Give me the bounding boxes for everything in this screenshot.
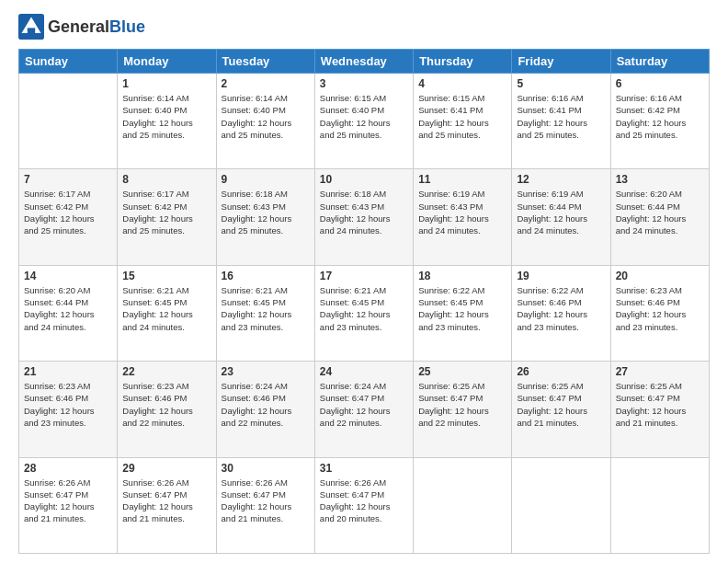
day-number: 12 [517, 173, 605, 186]
header-row: SundayMondayTuesdayWednesdayThursdayFrid… [19, 50, 710, 74]
header-day-saturday: Saturday [610, 50, 709, 74]
day-number: 26 [517, 365, 605, 378]
calendar-cell: 26Sunrise: 6:25 AM Sunset: 6:47 PM Dayli… [512, 362, 610, 457]
day-info: Sunrise: 6:26 AM Sunset: 6:47 PM Dayligh… [320, 477, 408, 525]
week-row-3: 21Sunrise: 6:23 AM Sunset: 6:46 PM Dayli… [19, 362, 710, 457]
page: GeneralBlue SundayMondayTuesdayWednesday… [0, 0, 728, 563]
day-info: Sunrise: 6:25 AM Sunset: 6:47 PM Dayligh… [418, 380, 506, 429]
day-number: 2 [222, 77, 310, 90]
day-number: 20 [616, 270, 704, 282]
day-number: 8 [122, 173, 210, 186]
calendar-cell: 2Sunrise: 6:14 AM Sunset: 6:40 PM Daylig… [216, 74, 314, 169]
day-number: 9 [222, 173, 310, 186]
day-info: Sunrise: 6:24 AM Sunset: 6:46 PM Dayligh… [222, 380, 310, 429]
week-row-0: 1Sunrise: 6:14 AM Sunset: 6:40 PM Daylig… [19, 74, 710, 169]
calendar-cell: 16Sunrise: 6:21 AM Sunset: 6:45 PM Dayli… [216, 265, 314, 361]
day-info: Sunrise: 6:21 AM Sunset: 6:45 PM Dayligh… [320, 284, 408, 333]
day-number: 13 [616, 173, 704, 186]
calendar-cell: 12Sunrise: 6:19 AM Sunset: 6:44 PM Dayli… [512, 169, 610, 265]
day-number: 28 [24, 462, 112, 475]
day-info: Sunrise: 6:25 AM Sunset: 6:47 PM Dayligh… [616, 380, 704, 429]
day-info: Sunrise: 6:14 AM Sunset: 6:40 PM Dayligh… [222, 92, 310, 141]
day-info: Sunrise: 6:26 AM Sunset: 6:47 PM Dayligh… [24, 477, 112, 525]
calendar-cell: 27Sunrise: 6:25 AM Sunset: 6:47 PM Dayli… [610, 362, 709, 457]
day-number: 11 [418, 173, 506, 186]
day-number: 25 [418, 365, 506, 378]
svg-rect-2 [28, 28, 35, 33]
header-day-monday: Monday [118, 50, 216, 74]
calendar-cell: 1Sunrise: 6:14 AM Sunset: 6:40 PM Daylig… [118, 74, 216, 169]
day-number: 18 [418, 270, 506, 282]
calendar-cell: 18Sunrise: 6:22 AM Sunset: 6:45 PM Dayli… [414, 265, 512, 361]
day-number: 7 [24, 173, 112, 186]
calendar-header: SundayMondayTuesdayWednesdayThursdayFrid… [19, 50, 710, 74]
header-day-wednesday: Wednesday [314, 50, 413, 74]
day-info: Sunrise: 6:19 AM Sunset: 6:44 PM Dayligh… [517, 188, 605, 236]
header: GeneralBlue [18, 14, 710, 40]
week-row-4: 28Sunrise: 6:26 AM Sunset: 6:47 PM Dayli… [19, 457, 710, 553]
day-number: 21 [24, 365, 112, 378]
day-info: Sunrise: 6:18 AM Sunset: 6:43 PM Dayligh… [320, 188, 408, 236]
week-row-1: 7Sunrise: 6:17 AM Sunset: 6:42 PM Daylig… [19, 169, 710, 265]
calendar-cell: 13Sunrise: 6:20 AM Sunset: 6:44 PM Dayli… [610, 169, 709, 265]
day-info: Sunrise: 6:23 AM Sunset: 6:46 PM Dayligh… [122, 380, 210, 429]
day-number: 6 [616, 77, 704, 90]
calendar-cell: 14Sunrise: 6:20 AM Sunset: 6:44 PM Dayli… [19, 265, 118, 361]
calendar-cell: 23Sunrise: 6:24 AM Sunset: 6:46 PM Dayli… [216, 362, 314, 457]
day-number: 10 [320, 173, 408, 186]
calendar-cell: 5Sunrise: 6:16 AM Sunset: 6:41 PM Daylig… [512, 74, 610, 169]
header-day-thursday: Thursday [414, 50, 512, 74]
header-day-sunday: Sunday [19, 50, 118, 74]
calendar-cell: 10Sunrise: 6:18 AM Sunset: 6:43 PM Dayli… [314, 169, 413, 265]
day-info: Sunrise: 6:15 AM Sunset: 6:40 PM Dayligh… [320, 92, 408, 141]
calendar-cell: 30Sunrise: 6:26 AM Sunset: 6:47 PM Dayli… [216, 457, 314, 553]
week-row-2: 14Sunrise: 6:20 AM Sunset: 6:44 PM Dayli… [19, 265, 710, 361]
day-number: 17 [320, 270, 408, 282]
calendar-cell: 17Sunrise: 6:21 AM Sunset: 6:45 PM Dayli… [314, 265, 413, 361]
day-number: 29 [122, 462, 210, 475]
calendar: SundayMondayTuesdayWednesdayThursdayFrid… [18, 49, 710, 554]
day-info: Sunrise: 6:19 AM Sunset: 6:43 PM Dayligh… [418, 188, 506, 236]
day-info: Sunrise: 6:23 AM Sunset: 6:46 PM Dayligh… [616, 284, 704, 333]
day-number: 14 [24, 270, 112, 282]
day-info: Sunrise: 6:21 AM Sunset: 6:45 PM Dayligh… [222, 284, 310, 333]
calendar-cell: 8Sunrise: 6:17 AM Sunset: 6:42 PM Daylig… [118, 169, 216, 265]
day-info: Sunrise: 6:26 AM Sunset: 6:47 PM Dayligh… [222, 477, 310, 525]
calendar-cell [414, 457, 512, 553]
header-day-tuesday: Tuesday [216, 50, 314, 74]
calendar-cell: 6Sunrise: 6:16 AM Sunset: 6:42 PM Daylig… [610, 74, 709, 169]
day-info: Sunrise: 6:23 AM Sunset: 6:46 PM Dayligh… [24, 380, 112, 429]
calendar-cell [19, 74, 118, 169]
calendar-cell: 4Sunrise: 6:15 AM Sunset: 6:41 PM Daylig… [414, 74, 512, 169]
day-info: Sunrise: 6:24 AM Sunset: 6:47 PM Dayligh… [320, 380, 408, 429]
day-info: Sunrise: 6:25 AM Sunset: 6:47 PM Dayligh… [517, 380, 605, 429]
day-number: 24 [320, 365, 408, 378]
day-info: Sunrise: 6:18 AM Sunset: 6:43 PM Dayligh… [222, 188, 310, 236]
day-number: 27 [616, 365, 704, 378]
day-info: Sunrise: 6:15 AM Sunset: 6:41 PM Dayligh… [418, 92, 506, 141]
calendar-cell: 20Sunrise: 6:23 AM Sunset: 6:46 PM Dayli… [610, 265, 709, 361]
day-number: 5 [517, 77, 605, 90]
calendar-cell: 21Sunrise: 6:23 AM Sunset: 6:46 PM Dayli… [19, 362, 118, 457]
day-info: Sunrise: 6:22 AM Sunset: 6:45 PM Dayligh… [418, 284, 506, 333]
calendar-cell: 28Sunrise: 6:26 AM Sunset: 6:47 PM Dayli… [19, 457, 118, 553]
calendar-cell: 7Sunrise: 6:17 AM Sunset: 6:42 PM Daylig… [19, 169, 118, 265]
day-number: 19 [517, 270, 605, 282]
day-number: 30 [222, 462, 310, 475]
day-number: 23 [222, 365, 310, 378]
day-info: Sunrise: 6:14 AM Sunset: 6:40 PM Dayligh… [122, 92, 210, 141]
day-info: Sunrise: 6:17 AM Sunset: 6:42 PM Dayligh… [24, 188, 112, 236]
day-info: Sunrise: 6:21 AM Sunset: 6:45 PM Dayligh… [122, 284, 210, 333]
calendar-cell: 24Sunrise: 6:24 AM Sunset: 6:47 PM Dayli… [314, 362, 413, 457]
logo: GeneralBlue [18, 14, 145, 40]
logo-general: GeneralBlue [48, 17, 145, 37]
day-number: 4 [418, 77, 506, 90]
day-info: Sunrise: 6:17 AM Sunset: 6:42 PM Dayligh… [122, 188, 210, 236]
calendar-cell: 15Sunrise: 6:21 AM Sunset: 6:45 PM Dayli… [118, 265, 216, 361]
calendar-cell: 22Sunrise: 6:23 AM Sunset: 6:46 PM Dayli… [118, 362, 216, 457]
calendar-cell [512, 457, 610, 553]
calendar-cell: 9Sunrise: 6:18 AM Sunset: 6:43 PM Daylig… [216, 169, 314, 265]
day-info: Sunrise: 6:22 AM Sunset: 6:46 PM Dayligh… [517, 284, 605, 333]
calendar-cell: 19Sunrise: 6:22 AM Sunset: 6:46 PM Dayli… [512, 265, 610, 361]
day-info: Sunrise: 6:20 AM Sunset: 6:44 PM Dayligh… [616, 188, 704, 236]
